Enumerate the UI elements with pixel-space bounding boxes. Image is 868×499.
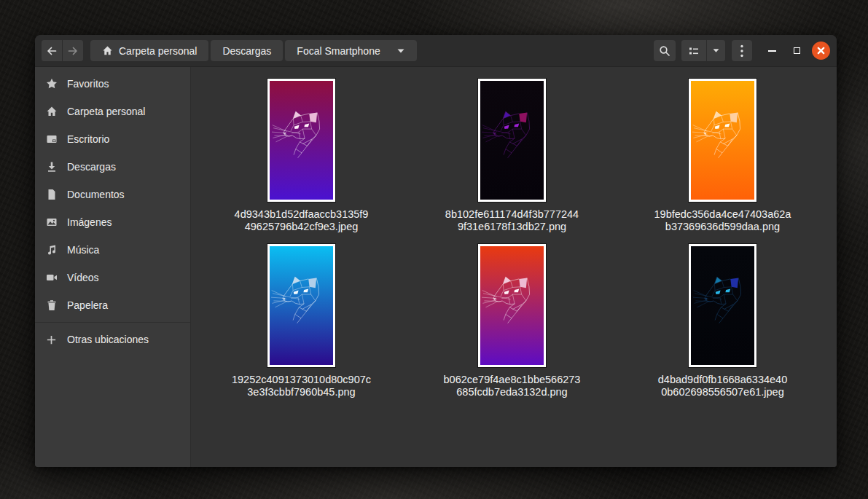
sidebar-item-label: Papelera <box>67 299 108 311</box>
sidebar-item-descargas[interactable]: Descargas <box>35 153 190 181</box>
sidebar-item-label: Favoritos <box>67 78 109 90</box>
sidebar-item-label: Documentos <box>67 189 125 200</box>
file-item[interactable]: 19bfedc356da4ce47403a62a b37369636d599da… <box>654 79 791 233</box>
home-icon <box>102 45 113 56</box>
fossa-mascot-illustration <box>271 272 331 332</box>
fossa-mascot-illustration <box>693 272 753 332</box>
sidebar-item-imagenes[interactable]: Imágenes <box>35 208 190 236</box>
maximize-icon <box>794 47 800 54</box>
file-thumbnail <box>478 79 546 202</box>
file-name: b062ce79f4ae8c1bbe566273 685fcdb7eda3132… <box>444 374 581 398</box>
star-icon <box>45 78 58 90</box>
chevron-down-icon <box>396 48 405 54</box>
file-thumbnail <box>689 244 756 367</box>
sidebar-item-carpeta-personal[interactable]: Carpeta personal <box>35 98 190 125</box>
view-options-group <box>681 40 725 61</box>
video-camera-icon <box>45 272 58 283</box>
headerbar: Carpeta personal Descargas Focal Smartph… <box>35 35 837 67</box>
download-icon <box>45 161 58 173</box>
close-button[interactable] <box>812 42 830 60</box>
desktop-icon <box>45 133 58 145</box>
file-manager-window: Carpeta personal Descargas Focal Smartph… <box>35 35 837 467</box>
headerbar-actions <box>654 40 830 61</box>
breadcrumb-current-folder[interactable]: Focal Smartphone <box>285 40 416 61</box>
image-icon <box>45 216 58 228</box>
view-options-dropdown-button[interactable] <box>707 40 725 61</box>
files-grid[interactable]: 4d9343b1d52dfaaccb3135f9 49625796b42cf9e… <box>191 67 837 467</box>
trash-icon <box>45 299 58 311</box>
sidebar-item-favoritos[interactable]: Favoritos <box>35 70 190 98</box>
forward-button[interactable] <box>63 40 83 61</box>
breadcrumb-label: Focal Smartphone <box>297 45 380 57</box>
sidebar-item-label: Música <box>67 244 99 256</box>
home-icon <box>45 106 58 117</box>
sidebar-item-papelera[interactable]: Papelera <box>35 291 190 319</box>
sidebar-item-label: Imágenes <box>67 216 112 228</box>
breadcrumb-label: Descargas <box>222 45 271 57</box>
sidebar-item-musica[interactable]: Música <box>35 236 190 264</box>
file-name: d4bad9df0fb1668a6334e40 0b602698556507e6… <box>658 374 787 398</box>
window-controls <box>762 42 830 60</box>
kebab-menu-icon <box>740 44 743 58</box>
file-item[interactable]: 4d9343b1d52dfaaccb3135f9 49625796b42cf9e… <box>235 79 369 233</box>
close-icon <box>817 47 825 55</box>
forward-arrow-icon <box>67 45 79 57</box>
sidebar-item-videos[interactable]: Vídeos <box>35 264 190 291</box>
document-icon <box>45 189 58 200</box>
breadcrumb-home[interactable]: Carpeta personal <box>90 40 208 61</box>
breadcrumb-label: Carpeta personal <box>119 45 197 57</box>
minimize-icon <box>768 50 776 52</box>
fossa-mascot-illustration <box>482 107 541 167</box>
file-name: 19bfedc356da4ce47403a62a b37369636d599da… <box>654 208 791 233</box>
breadcrumb: Carpeta personal Descargas Focal Smartph… <box>90 40 417 61</box>
file-thumbnail <box>689 79 756 202</box>
file-item[interactable]: 19252c4091373010d80c907c 3e3f3cbbf7960b4… <box>232 244 371 398</box>
sidebar-item-label: Escritorio <box>67 133 109 145</box>
breadcrumb-descargas[interactable]: Descargas <box>211 40 283 61</box>
back-button[interactable] <box>42 40 62 61</box>
file-thumbnail <box>478 244 546 367</box>
sidebar-item-otras-ubicaciones[interactable]: Otras ubicaciones <box>35 326 190 353</box>
maximize-button[interactable] <box>787 42 806 60</box>
file-item[interactable]: 8b102fe611174d4f3b777244 9f31e6178f13db2… <box>445 79 579 233</box>
sidebar-item-label: Otras ubicaciones <box>67 334 149 345</box>
minimize-button[interactable] <box>762 42 781 60</box>
file-thumbnail <box>267 244 335 367</box>
file-name: 8b102fe611174d4f3b777244 9f31e6178f13db2… <box>445 208 579 233</box>
fossa-mascot-illustration <box>692 107 752 167</box>
menu-button[interactable] <box>732 40 752 61</box>
list-view-icon <box>688 45 700 57</box>
chevron-down-icon <box>712 48 720 53</box>
file-name: 19252c4091373010d80c907c 3e3f3cbbf7960b4… <box>232 374 371 398</box>
back-arrow-icon <box>46 45 58 57</box>
plus-icon <box>45 334 58 345</box>
view-toggle-button[interactable] <box>681 40 706 61</box>
window-body: Favoritos Carpeta personal Escritorio De… <box>35 67 837 467</box>
file-name: 4d9343b1d52dfaaccb3135f9 49625796b42cf9e… <box>235 208 369 233</box>
sidebar-item-label: Carpeta personal <box>67 106 145 117</box>
music-note-icon <box>45 244 58 256</box>
sidebar-item-escritorio[interactable]: Escritorio <box>35 125 190 153</box>
file-thumbnail <box>267 79 335 202</box>
sidebar-item-label: Vídeos <box>67 272 99 283</box>
sidebar-item-label: Descargas <box>67 161 116 173</box>
search-button[interactable] <box>654 40 676 61</box>
file-item[interactable]: d4bad9df0fb1668a6334e40 0b602698556507e6… <box>658 244 787 398</box>
file-item[interactable]: b062ce79f4ae8c1bbe566273 685fcdb7eda3132… <box>444 244 581 398</box>
sidebar-separator <box>35 322 190 323</box>
sidebar: Favoritos Carpeta personal Escritorio De… <box>35 67 191 467</box>
fossa-mascot-illustration <box>482 272 541 332</box>
history-nav-group <box>42 40 83 61</box>
sidebar-item-documentos[interactable]: Documentos <box>35 181 190 208</box>
fossa-mascot-illustration <box>272 107 332 167</box>
search-icon <box>659 45 670 57</box>
